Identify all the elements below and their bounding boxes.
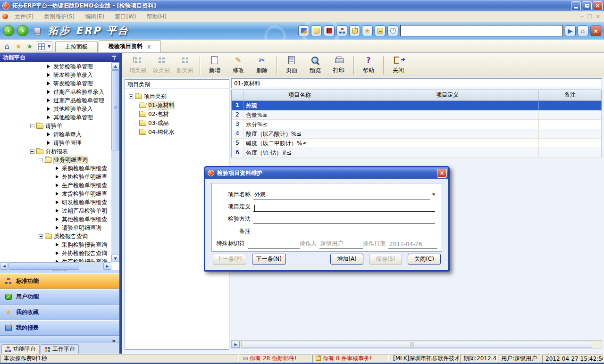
back-button[interactable]: ‹ (3, 25, 14, 36)
tree-item[interactable]: 采购检验单明细查 (0, 164, 111, 173)
field-input[interactable] (253, 228, 435, 236)
layout-grid-icon[interactable] (36, 41, 46, 51)
toolbar-button-preview-magnifier[interactable]: 预览 (304, 54, 327, 76)
toolbar-button-help[interactable]: ?帮助 (357, 54, 380, 76)
panel-标准功能[interactable]: 标准功能 (0, 273, 119, 289)
forward-button[interactable]: › (17, 25, 28, 36)
side-tab-工作平台[interactable]: 工作平台 (41, 344, 79, 354)
toolbar-button[interactable] (324, 25, 335, 36)
scroll-up-arrow[interactable]: ▲ (111, 62, 119, 70)
column-header[interactable]: 项目定义 (356, 90, 539, 100)
mdi-restore-button[interactable]: ❐ (587, 13, 593, 20)
status-audit[interactable]: 你有 0 件审核事务! (312, 355, 389, 363)
tree-item[interactable]: 外协检验单明细查 (0, 173, 111, 181)
mdi-close-button[interactable]: × (595, 13, 601, 20)
home-icon[interactable]: ⌂ (2, 41, 12, 51)
toolbar-button[interactable]: ★ (362, 25, 373, 36)
tree-item[interactable]: 请验单录入 (0, 130, 111, 139)
tree-item[interactable]: 外协检验报告查询 (0, 249, 111, 257)
tree-item[interactable]: 过期产品检验单管理 (0, 96, 111, 105)
field-input[interactable] (253, 204, 435, 212)
menu-item[interactable]: 编辑(E) (80, 12, 109, 22)
tree-item[interactable]: 请验单管理 (0, 139, 111, 147)
field-input[interactable]: 外观 (253, 190, 430, 199)
tree-item[interactable]: 其他检验单录入 (0, 105, 111, 113)
search-input[interactable] (400, 25, 563, 36)
column-header[interactable] (232, 90, 243, 100)
toolbar-button[interactable] (375, 25, 386, 36)
expander-icon[interactable] (129, 94, 133, 99)
tree-item[interactable]: 其他检验单明细查 (0, 215, 111, 223)
toolbar-button[interactable]: ▶ (565, 25, 576, 36)
expander-icon[interactable] (30, 124, 34, 128)
favorite-star-icon[interactable]: ★ (13, 41, 24, 51)
tree-item[interactable]: 研发检验单明细查 (0, 198, 111, 207)
toolbar-button-edit-pencil[interactable]: ✎修改 (227, 54, 250, 76)
minimize-button[interactable] (571, 1, 581, 10)
table-row[interactable]: 5碱度（以二甲胺计）%≤ (232, 139, 602, 148)
tree-item[interactable]: 生产检验报告查询 (0, 257, 111, 262)
tab-检验项目资料[interactable]: 检验项目资料x (99, 40, 161, 52)
expander-icon[interactable] (30, 149, 34, 154)
table-row[interactable]: 6色度（铂-钴）#≤ (232, 148, 602, 157)
field-input[interactable] (253, 216, 435, 224)
table-row[interactable]: 3水分%≤ (232, 120, 602, 129)
tree-item[interactable]: 发货检验单明细查 (0, 190, 111, 198)
toolbar-button-exit-door[interactable]: 关闭 (387, 54, 410, 76)
expander-icon[interactable] (39, 158, 43, 162)
dialog-button-close[interactable]: 关闭(C) (408, 254, 441, 265)
column-header[interactable]: 项目名称 (243, 90, 356, 100)
tree-item[interactable]: 请验单 (0, 122, 111, 130)
tree-item[interactable]: 生产检验单明细查 (0, 181, 111, 190)
status-mail[interactable]: ✉ 你有 28 份新邮件! (240, 355, 311, 363)
expander-icon[interactable] (39, 234, 43, 239)
menu-item[interactable]: 帮助(H) (141, 12, 171, 22)
dialog-button-add[interactable]: 增加(A) (330, 254, 363, 265)
panel-我的报表[interactable]: 我的报表 (0, 320, 119, 336)
toolbar-button[interactable] (336, 25, 347, 36)
toolbar-button[interactable]: ⌂ (578, 25, 588, 36)
scroll-thumb[interactable] (111, 70, 119, 150)
sidebar-vertical-scrollbar[interactable]: ▲ ▼ (111, 62, 119, 262)
panel-用户功能[interactable]: ✓用户功能 (0, 289, 119, 305)
table-row[interactable]: 4酸度（以乙酸计）%≤ (232, 129, 602, 139)
toolbar-button[interactable] (349, 25, 360, 36)
scroll-thumb[interactable] (241, 341, 592, 348)
mdi-minimize-button[interactable]: ─ (579, 13, 585, 20)
close-button[interactable]: × (593, 1, 603, 10)
tree-item[interactable]: 请验单明细查询 (0, 223, 111, 232)
special-flag-input[interactable] (248, 240, 300, 248)
tree-item[interactable]: 研发检验单管理 (0, 79, 111, 88)
side-tab-功能平台[interactable]: 功能平台 (1, 344, 40, 354)
tab-主控面板[interactable]: 主控面板 (55, 41, 98, 52)
sidebar-splitter[interactable]: ········· (0, 270, 119, 273)
tree-item[interactable]: 采购检验报告查询 (0, 240, 111, 249)
toolbar-button-printer[interactable]: 打印 (327, 54, 350, 76)
tree-item[interactable]: 02-包材 (125, 110, 229, 119)
toolbar-button[interactable]: × (590, 25, 601, 36)
tree-item[interactable]: 03-成品 (125, 119, 229, 128)
layout-dropdown-arrow[interactable]: ▼ (46, 41, 52, 51)
tree-item[interactable]: 其他检验单管理 (0, 113, 111, 122)
tree-item[interactable]: 质检报告查询 (0, 232, 111, 240)
scroll-right-arrow[interactable]: ▶ (232, 341, 240, 348)
toolbar-button[interactable] (387, 25, 398, 36)
tab-close-icon[interactable]: x (147, 43, 151, 50)
tree-item[interactable]: 研发检验单录入 (0, 71, 111, 79)
tree-item[interactable]: 01-原材料 (125, 101, 229, 110)
tree-item[interactable]: 分析报表 (0, 147, 111, 156)
toolbar-button-scissors[interactable]: ✂删除 (251, 54, 273, 76)
menu-item[interactable]: 文件(F) (9, 12, 39, 22)
table-row[interactable]: 2含量%≥ (232, 110, 602, 120)
table-row[interactable]: 1外观 (232, 101, 602, 110)
tree-item[interactable]: 过期产品检验单明 (0, 207, 111, 215)
dialog-button-next[interactable]: 下一条(N) (252, 254, 286, 265)
scroll-thumb[interactable] (8, 262, 79, 270)
menu-item[interactable]: 类别维护(S) (39, 12, 80, 22)
menu-item[interactable]: 窗口(W) (109, 12, 141, 22)
toolbar-button-page-setup[interactable]: 页面 (280, 54, 303, 76)
dialog-close-button[interactable]: × (437, 169, 447, 178)
grid-horizontal-scrollbar[interactable]: ◀ ▶ (231, 340, 602, 348)
scroll-left-arrow[interactable]: ◀ (0, 262, 8, 270)
scroll-down-arrow[interactable]: ▼ (111, 255, 119, 262)
